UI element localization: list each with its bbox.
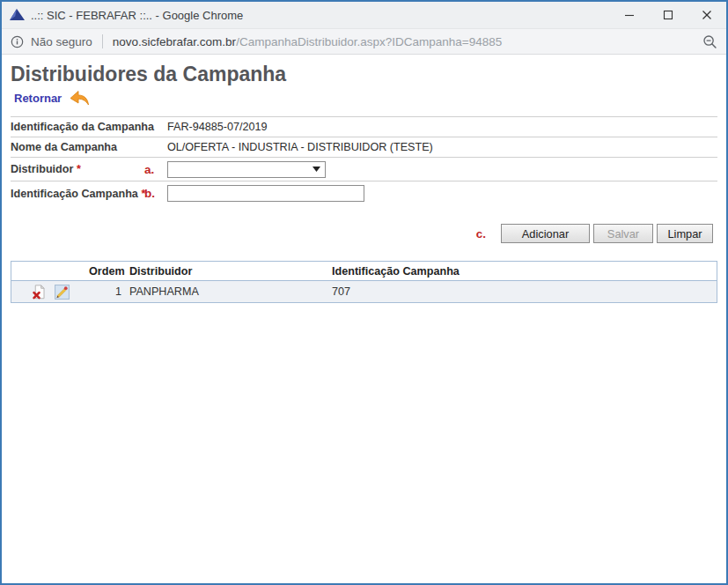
annotation-c: c. (476, 227, 486, 241)
required-asterisk: * (77, 163, 81, 175)
cell-identificacao: 707 (330, 285, 717, 298)
field-value: FAR-94885-07/2019 (167, 121, 267, 133)
field-label: Identificação Campanha * (11, 188, 144, 200)
site-favicon-icon (10, 9, 25, 21)
address-bar[interactable]: Não seguro novo.sicfebrafar.com.br/Campa… (2, 29, 726, 55)
table-header-row: Ordem Distribuidor Identificação Campanh… (11, 262, 717, 281)
titlebar: ..:: SIC - FEBRAFAR ::.. - Google Chrome (2, 2, 726, 29)
page-content: Distribuidores da Campanha Retornar Iden… (2, 55, 726, 303)
cell-distribuidor: PANPHARMA (121, 285, 330, 298)
info-icon[interactable] (11, 35, 24, 48)
return-link[interactable]: Retornar (14, 92, 62, 105)
page-title: Distribuidores da Campanha (11, 63, 717, 86)
addressbar-divider (102, 34, 103, 48)
distribuidor-select[interactable] (167, 161, 326, 178)
identificacao-campanha-input[interactable] (167, 185, 364, 202)
form-row-distribuidor: Distribuidor * a. (11, 157, 717, 181)
annotation-b: b. (144, 187, 167, 200)
form-row-identificacao-campanha: Identificação Campanha * b. (11, 181, 717, 205)
column-header-ordem: Ordem (89, 265, 121, 278)
column-header-distribuidor: Distribuidor (121, 265, 330, 278)
browser-window: ..:: SIC - FEBRAFAR ::.. - Google Chrome… (0, 0, 728, 585)
edit-icon[interactable] (55, 285, 70, 300)
field-value: OL/OFERTA - INDUSTRIA - DISTRIBUIDOR (TE… (167, 141, 433, 153)
distributors-table: Ordem Distribuidor Identificação Campanh… (11, 261, 717, 303)
column-header-identificacao: Identificação Campanha (330, 265, 717, 278)
window-controls (610, 2, 726, 28)
field-label: Distribuidor * (11, 163, 144, 175)
salvar-button: Salvar (593, 224, 653, 243)
cell-ordem: 1 (89, 285, 121, 298)
table-row: 1 PANPHARMA 707 (11, 281, 717, 302)
form-row-nome-da-campanha: Nome da Campanha OL/OFERTA - INDUSTRIA -… (11, 137, 717, 157)
close-button[interactable] (688, 2, 726, 28)
url-path: /CampanhaDistribuidor.aspx?IDCampanha=94… (236, 35, 502, 48)
chevron-down-icon (313, 167, 320, 172)
limpar-button[interactable]: Limpar (657, 224, 713, 243)
field-label: Nome da Campanha (11, 141, 144, 153)
return-arrow-icon[interactable] (69, 89, 90, 107)
url-domain: novo.sicfebrafar.com.br (113, 35, 236, 48)
return-row: Retornar (14, 89, 717, 107)
delete-icon[interactable] (32, 285, 47, 300)
row-actions (11, 285, 89, 300)
security-label: Não seguro (31, 35, 92, 48)
annotation-a: a. (144, 163, 167, 176)
maximize-button[interactable] (649, 2, 688, 28)
field-label: Identificação da Campanha (11, 121, 144, 133)
adicionar-button[interactable]: Adicionar (501, 224, 590, 243)
campaign-form: Identificação da Campanha FAR-94885-07/2… (11, 116, 717, 205)
url-text[interactable]: novo.sicfebrafar.com.br/CampanhaDistribu… (113, 35, 695, 48)
minimize-button[interactable] (610, 2, 649, 28)
action-buttons-row: c. Adicionar Salvar Limpar (11, 224, 713, 243)
zoom-out-icon[interactable] (702, 34, 717, 49)
window-title: ..:: SIC - FEBRAFAR ::.. - Google Chrome (31, 9, 243, 22)
form-row-identificacao-da-campanha: Identificação da Campanha FAR-94885-07/2… (11, 116, 717, 137)
